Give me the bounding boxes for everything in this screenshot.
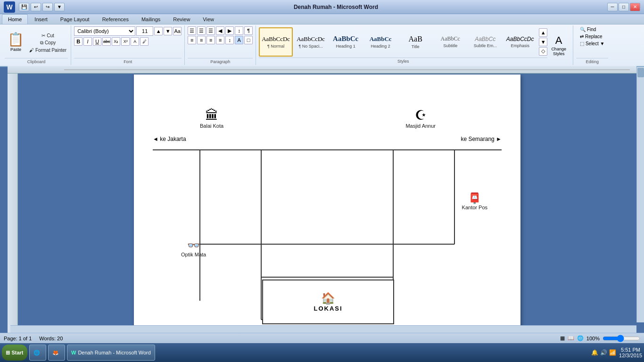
balai-kota-location: 🏛 Balai Kota xyxy=(200,107,223,129)
decrease-indent-btn[interactable]: ◀ xyxy=(216,26,224,35)
style-preview: AaBbCc xyxy=(333,35,358,43)
view-web-btn[interactable]: 🌐 xyxy=(577,335,584,341)
taskbar-firefox-btn[interactable]: 🦊 xyxy=(48,345,65,361)
align-center-btn[interactable]: ≡ xyxy=(197,36,206,44)
customize-btn[interactable]: ▼ xyxy=(54,3,65,11)
highlight-btn[interactable]: 🖊 xyxy=(140,37,149,46)
zoom-slider[interactable] xyxy=(603,335,640,342)
select-button[interactable]: ⬚ Select ▼ xyxy=(579,41,605,47)
sort-btn[interactable]: ↕ xyxy=(235,26,243,35)
font-size-input[interactable] xyxy=(136,26,153,36)
italic-btn[interactable]: I xyxy=(83,37,92,46)
multilevel-btn[interactable]: ☰ xyxy=(206,26,215,35)
bullets-btn[interactable]: ☰ xyxy=(188,26,196,35)
clear-formatting-btn[interactable]: Aa xyxy=(173,27,182,35)
tab-mailings[interactable]: Mailings xyxy=(135,14,166,24)
scrollbar-horizontal[interactable] xyxy=(10,325,636,333)
decrease-font-btn[interactable]: ▼ xyxy=(164,27,172,35)
find-button[interactable]: 🔍 Find xyxy=(579,26,597,33)
taskbar-word-btn[interactable]: W Denah Rumah - Microsoft Word xyxy=(67,345,155,361)
editing-group: 🔍 Find ⇄ Replace ⬚ Select ▼ Editing xyxy=(573,25,611,65)
taskbar-word-label: Denah Rumah - Microsoft Word xyxy=(78,350,150,355)
scrollbar-thumb[interactable] xyxy=(637,68,644,77)
cut-button[interactable]: ✂ Cut xyxy=(28,33,68,39)
lokasi-label: LOKASI xyxy=(314,305,342,312)
font-format-row: B I U abc X₂ X² A 🖊 xyxy=(74,37,149,46)
style-heading1[interactable]: AaBbCc Heading 1 xyxy=(329,27,363,57)
align-left-btn[interactable]: ≡ xyxy=(188,36,196,44)
lokasi-block: 🏠 LOKASI xyxy=(262,280,394,324)
styles-scroll-up[interactable]: ▲ xyxy=(539,28,547,37)
window-controls: ─ □ ✕ xyxy=(607,3,640,11)
font-group: Calibri (Body) ▲ ▼ Aa B I U abc X₂ X² A … xyxy=(71,25,185,65)
font-family-row: Calibri (Body) ▲ ▼ Aa xyxy=(74,26,182,36)
paragraph-content: ☰ ☰ ☰ ◀ ▶ ↕ ¶ ≡ ≡ ≡ ≡ ↕ A □ xyxy=(188,26,253,57)
tab-home[interactable]: Home xyxy=(2,14,28,24)
font-family-select[interactable]: Calibri (Body) xyxy=(74,26,135,36)
tab-insert[interactable]: Insert xyxy=(28,14,54,24)
underline-btn[interactable]: U xyxy=(93,37,101,46)
style-preview: AaBbCc xyxy=(475,36,495,42)
tab-references[interactable]: References xyxy=(96,14,135,24)
close-btn[interactable]: ✕ xyxy=(630,3,640,11)
superscript-btn[interactable]: X² xyxy=(121,37,130,46)
style-nospace[interactable]: AaBbCcDc ¶ No Spaci... xyxy=(294,27,328,57)
ribbon-content: 📋 Paste ✂ Cut ⧉ Copy 🖌 Format xyxy=(0,25,644,66)
replace-button[interactable]: ⇄ Replace xyxy=(579,33,603,40)
paste-button[interactable]: 📋 Paste xyxy=(5,31,27,53)
numbering-btn[interactable]: ☰ xyxy=(197,26,206,35)
paragraph-label: Paragraph xyxy=(188,58,253,64)
border-btn[interactable]: □ xyxy=(244,36,253,44)
show-hide-btn[interactable]: ¶ xyxy=(244,26,253,35)
increase-indent-btn[interactable]: ▶ xyxy=(225,26,234,35)
change-styles-btn[interactable]: A Change Styles xyxy=(547,33,570,58)
masjid-label: Masjid Annur xyxy=(405,123,436,129)
styles-scroll-down[interactable]: ▼ xyxy=(539,38,547,46)
document-page[interactable]: 🏛 Balai Kota ☪ Masjid Annur ◄ ke Jakarta… xyxy=(134,74,520,333)
style-emphasis[interactable]: AaBbCcDc Emphasis xyxy=(503,27,537,57)
change-styles-icon: A xyxy=(555,34,562,47)
line-spacing-btn[interactable]: ↕ xyxy=(225,36,234,44)
styles-label: Styles xyxy=(259,58,547,64)
align-right-btn[interactable]: ≡ xyxy=(206,36,215,44)
justify-btn[interactable]: ≡ xyxy=(216,36,224,44)
view-normal-btn[interactable]: ▦ xyxy=(560,335,565,341)
ke-jakarta-label: ◄ ke Jakarta xyxy=(153,136,186,142)
undo-btn[interactable]: ↩ xyxy=(31,3,41,11)
tab-view[interactable]: View xyxy=(197,14,220,24)
view-reading-btn[interactable]: 📖 xyxy=(568,335,574,341)
page-count: Page: 1 of 1 xyxy=(4,336,32,341)
style-subtitle[interactable]: AaBbCc Subtitle xyxy=(433,27,467,57)
strikethrough-btn[interactable]: abc xyxy=(102,37,111,46)
minimize-btn[interactable]: ─ xyxy=(607,3,618,11)
style-heading2[interactable]: AaBbCc Heading 2 xyxy=(363,27,397,57)
style-title[interactable]: AaB Title xyxy=(398,27,432,57)
style-label: Heading 2 xyxy=(371,44,390,49)
quick-save-btn[interactable]: 💾 xyxy=(19,3,29,11)
taskbar-ie-btn[interactable]: 🌐 xyxy=(29,345,46,361)
tray-icon-2: 🔊 xyxy=(600,349,607,356)
scrollbar-vertical[interactable] xyxy=(636,67,644,322)
format-painter-button[interactable]: 🖌 Format Painter xyxy=(28,47,68,53)
redo-btn[interactable]: ↪ xyxy=(42,3,53,11)
start-button[interactable]: ⊞ Start xyxy=(2,345,27,361)
tab-page-layout[interactable]: Page Layout xyxy=(54,14,96,24)
clipboard-group: 📋 Paste ✂ Cut ⧉ Copy 🖌 Format xyxy=(2,25,71,65)
styles-group: AaBbCcDc ¶ Normal AaBbCcDc ¶ No Spaci...… xyxy=(256,25,573,65)
copy-button[interactable]: ⧉ Copy xyxy=(28,40,68,46)
increase-font-btn[interactable]: ▲ xyxy=(154,27,163,35)
shading-btn[interactable]: A xyxy=(235,36,243,44)
tab-review[interactable]: Review xyxy=(167,14,196,24)
format-painter-icon: 🖌 xyxy=(29,48,34,53)
subscript-btn[interactable]: X₂ xyxy=(112,37,120,46)
maximize-btn[interactable]: □ xyxy=(619,3,629,11)
font-content: Calibri (Body) ▲ ▼ Aa B I U abc X₂ X² A … xyxy=(74,26,182,57)
style-label: Heading 1 xyxy=(336,44,355,49)
replace-icon: ⇄ xyxy=(580,34,584,39)
bold-btn[interactable]: B xyxy=(74,37,83,46)
style-subtleem[interactable]: AaBbCc Subtle Em... xyxy=(468,27,502,57)
find-icon: 🔍 xyxy=(580,27,586,32)
styles-more[interactable]: ◇ xyxy=(539,47,547,56)
style-normal[interactable]: AaBbCcDc ¶ Normal xyxy=(259,27,293,57)
font-color-btn[interactable]: A xyxy=(131,37,139,46)
